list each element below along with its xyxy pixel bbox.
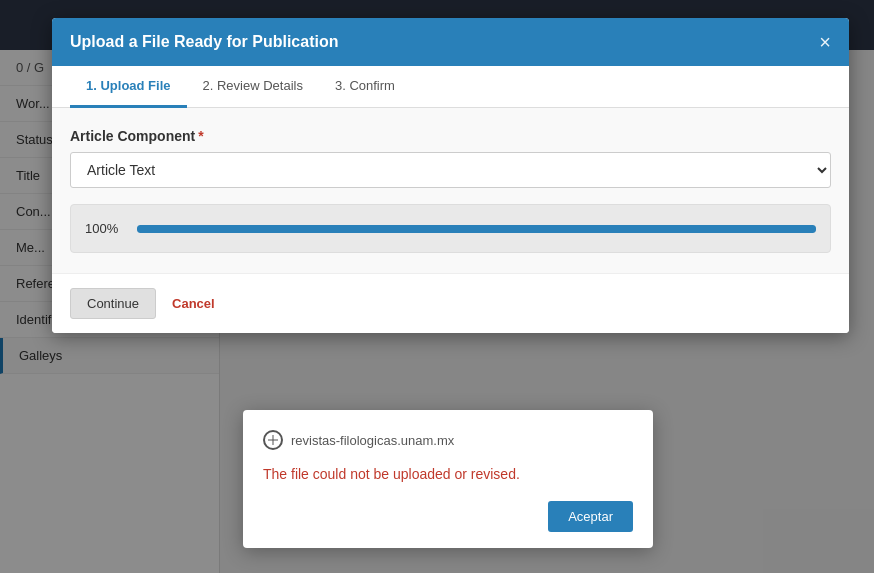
modal-title: Upload a File Ready for Publication bbox=[70, 33, 338, 51]
continue-button[interactable]: Continue bbox=[70, 288, 156, 319]
globe-icon bbox=[263, 430, 283, 450]
required-indicator: * bbox=[198, 128, 203, 144]
modal-close-button[interactable]: × bbox=[819, 32, 831, 52]
article-component-select[interactable]: Article Text Supplementary File Data Set… bbox=[70, 152, 831, 188]
modal-tabs: 1. Upload File 2. Review Details 3. Conf… bbox=[52, 66, 849, 108]
article-component-label: Article Component* bbox=[70, 128, 831, 144]
alert-domain-row: revistas-filologicas.unam.mx bbox=[263, 430, 633, 450]
modal-footer: Continue Cancel bbox=[52, 273, 849, 333]
tab-upload-file[interactable]: 1. Upload File bbox=[70, 66, 187, 108]
cancel-button[interactable]: Cancel bbox=[164, 288, 223, 319]
alert-actions: Aceptar bbox=[263, 501, 633, 532]
progress-bar-background bbox=[137, 225, 816, 233]
alert-message: The file could not be uploaded or revise… bbox=[263, 464, 633, 485]
modal-header: Upload a File Ready for Publication × bbox=[52, 18, 849, 66]
progress-container: 100% bbox=[70, 204, 831, 253]
upload-modal: Upload a File Ready for Publication × 1.… bbox=[52, 18, 849, 333]
modal-body: Article Component* Article Text Suppleme… bbox=[52, 108, 849, 273]
alert-error-text: The file could not be uploaded or revise… bbox=[263, 466, 520, 482]
tab-confirm[interactable]: 3. Confirm bbox=[319, 66, 411, 108]
alert-domain: revistas-filologicas.unam.mx bbox=[291, 433, 454, 448]
aceptar-button[interactable]: Aceptar bbox=[548, 501, 633, 532]
progress-bar-fill bbox=[137, 225, 816, 233]
progress-percent-label: 100% bbox=[85, 221, 125, 236]
tab-review-details[interactable]: 2. Review Details bbox=[187, 66, 319, 108]
alert-dialog: revistas-filologicas.unam.mx The file co… bbox=[243, 410, 653, 548]
